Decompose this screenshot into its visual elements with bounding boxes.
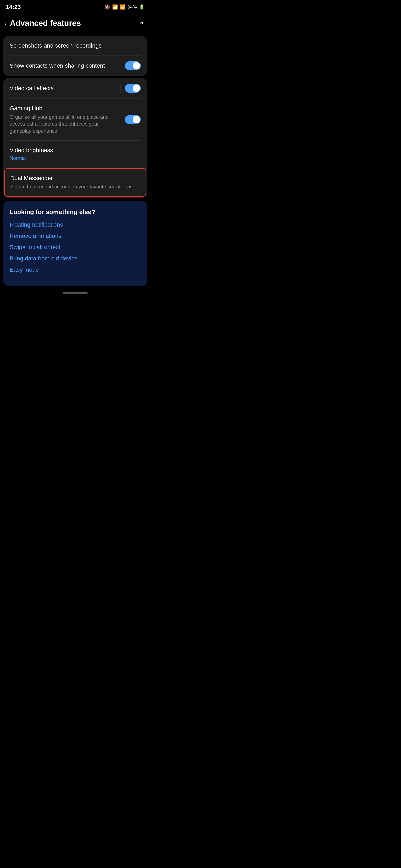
toggle-separator — [120, 84, 121, 93]
status-time: 14:23 — [6, 4, 21, 10]
status-icons: 🔇 📶 📶 94% 🔋 — [105, 4, 145, 10]
dual-messenger-content: Dual Messenger Sign in to a second accou… — [10, 175, 140, 190]
looking-section: Looking for something else? Floating not… — [3, 201, 147, 286]
gaming-hub-subtitle: Organize all your games all in one place… — [9, 114, 121, 134]
signal-icon: 📶 — [120, 4, 125, 10]
screenshots-title: Screenshots and screen recordings — [9, 42, 102, 49]
status-bar: 14:23 🔇 📶 📶 94% 🔋 — [0, 0, 150, 12]
wifi-icon: 📶 — [112, 4, 118, 10]
section-card-2: Video call effects Gaming Hub Organize a… — [3, 78, 147, 197]
search-button[interactable]: ⚬ — [139, 19, 145, 28]
video-brightness-value: Normal — [9, 155, 137, 161]
gaming-hub-content: Gaming Hub Organize all your games all i… — [9, 104, 125, 134]
battery-text: 94% — [127, 4, 137, 10]
looking-title: Looking for something else? — [9, 209, 141, 216]
dual-messenger-subtitle: Sign in to a second account in your favo… — [10, 183, 136, 190]
section-card-1: Screenshots and screen recordings Show c… — [3, 36, 147, 76]
home-indicator — [63, 292, 88, 293]
show-contacts-content: Show contacts when sharing content — [9, 62, 125, 69]
battery-icon: 🔋 — [139, 4, 145, 10]
page-header: ‹ Advanced features ⚬ — [0, 12, 150, 34]
show-contacts-toggle[interactable] — [125, 61, 141, 70]
video-brightness-title: Video brightness — [9, 147, 53, 153]
remove-animations-link[interactable]: Remove animations — [9, 232, 141, 239]
divider-4 — [9, 167, 141, 167]
easy-mode-link[interactable]: Easy mode — [9, 267, 141, 273]
screenshots-item[interactable]: Screenshots and screen recordings — [3, 36, 147, 55]
floating-notifications-link[interactable]: Floating notifications — [9, 221, 141, 228]
dual-messenger-title: Dual Messenger — [10, 175, 53, 181]
show-contacts-title: Show contacts when sharing content — [9, 62, 105, 69]
gaming-hub-toggle[interactable] — [125, 115, 141, 124]
video-call-effects-content: Video call effects — [9, 85, 120, 92]
gaming-hub-title: Gaming Hub — [9, 105, 42, 112]
toggle-knob-2 — [133, 85, 140, 92]
screenshots-content: Screenshots and screen recordings — [9, 42, 141, 50]
show-contacts-item[interactable]: Show contacts when sharing content — [3, 56, 147, 76]
video-call-effects-toggle[interactable] — [125, 84, 141, 93]
video-call-effects-title: Video call effects — [9, 85, 54, 91]
gaming-hub-item[interactable]: Gaming Hub Organize all your games all i… — [3, 99, 147, 140]
header-left: ‹ Advanced features — [4, 19, 81, 28]
swipe-to-call-link[interactable]: Swipe to call or text — [9, 244, 141, 251]
toggle-knob — [133, 62, 140, 69]
page-title: Advanced features — [10, 19, 81, 28]
dual-messenger-highlight: Dual Messenger Sign in to a second accou… — [4, 168, 146, 197]
dual-messenger-item[interactable]: Dual Messenger Sign in to a second accou… — [5, 168, 146, 196]
bring-data-link[interactable]: Bring data from old device — [9, 255, 141, 262]
video-brightness-item[interactable]: Video brightness Normal — [3, 141, 147, 167]
toggle-knob-3 — [133, 116, 140, 123]
back-button[interactable]: ‹ — [4, 19, 6, 27]
video-call-effects-item[interactable]: Video call effects — [3, 78, 147, 98]
mute-icon: 🔇 — [105, 4, 110, 10]
video-brightness-content: Video brightness Normal — [9, 147, 141, 161]
